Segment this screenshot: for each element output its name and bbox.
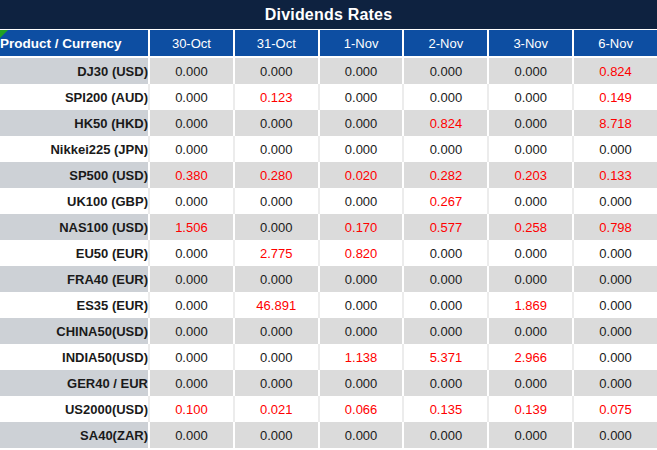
dividend-value-cell: 0.100 xyxy=(148,396,233,422)
dividends-rates-table: Product / Currency 30-Oct31-Oct1-Nov2-No… xyxy=(0,30,657,448)
dividend-value-cell: 0.000 xyxy=(148,422,233,448)
dividend-value-cell: 1.869 xyxy=(487,292,572,318)
dividend-value-cell: 0.000 xyxy=(318,110,403,136)
table-row: CHINA50(USD)0.0000.0000.0000.0000.0000.0… xyxy=(0,318,657,344)
dividend-value-cell: 0.000 xyxy=(233,370,318,396)
dividend-value-cell: 2.775 xyxy=(233,240,318,266)
header-row: Product / Currency 30-Oct31-Oct1-Nov2-No… xyxy=(0,30,657,58)
dividend-value-cell: 0.000 xyxy=(487,318,572,344)
dividend-value-cell: 0.000 xyxy=(148,84,233,110)
date-column-header: 1-Nov xyxy=(318,30,403,58)
dividend-value-cell: 0.000 xyxy=(318,58,403,84)
dividend-value-cell: 0.000 xyxy=(148,266,233,292)
dividend-value-cell: 0.123 xyxy=(233,84,318,110)
dividend-value-cell: 0.000 xyxy=(233,318,318,344)
page-title-text: Dividends Rates xyxy=(265,6,392,24)
product-cell: US2000(USD) xyxy=(0,396,148,422)
dividend-value-cell: 0.258 xyxy=(487,214,572,240)
dividend-value-cell: 0.824 xyxy=(402,110,487,136)
dividend-value-cell: 0.000 xyxy=(233,344,318,370)
dividend-value-cell: 0.135 xyxy=(402,396,487,422)
dividends-rates-window: Dividends Rates Product / Currency 30-Oc… xyxy=(0,0,657,450)
dividend-value-cell: 1.506 xyxy=(148,214,233,240)
dividend-value-cell: 0.000 xyxy=(487,136,572,162)
dividend-value-cell: 46.891 xyxy=(233,292,318,318)
product-cell: NAS100 (USD) xyxy=(0,214,148,240)
product-cell: EU50 (EUR) xyxy=(0,240,148,266)
dividend-value-cell: 0.000 xyxy=(572,422,657,448)
dividend-value-cell: 0.000 xyxy=(402,266,487,292)
dividend-value-cell: 0.170 xyxy=(318,214,403,240)
dividend-value-cell: 0.000 xyxy=(233,422,318,448)
table-row: EU50 (EUR)0.0002.7750.8200.0000.0000.000 xyxy=(0,240,657,266)
dividend-value-cell: 0.000 xyxy=(233,214,318,240)
dividend-value-cell: 0.000 xyxy=(572,136,657,162)
dividend-value-cell: 0.000 xyxy=(233,110,318,136)
product-cell: SA40(ZAR) xyxy=(0,422,148,448)
dividend-value-cell: 0.000 xyxy=(148,136,233,162)
product-cell: SPI200 (AUD) xyxy=(0,84,148,110)
dividend-value-cell: 0.820 xyxy=(318,240,403,266)
product-cell: Nikkei225 (JPN) xyxy=(0,136,148,162)
dividend-value-cell: 0.000 xyxy=(148,240,233,266)
dividend-value-cell: 0.066 xyxy=(318,396,403,422)
product-cell: GER40 / EUR xyxy=(0,370,148,396)
dividend-value-cell: 0.000 xyxy=(233,136,318,162)
page-title: Dividends Rates xyxy=(0,0,657,30)
dividend-value-cell: 0.824 xyxy=(572,58,657,84)
product-cell: SP500 (USD) xyxy=(0,162,148,188)
dividend-value-cell: 0.000 xyxy=(148,58,233,84)
dividend-value-cell: 0.000 xyxy=(487,422,572,448)
table-row: SPI200 (AUD)0.0000.1230.0000.0000.0000.1… xyxy=(0,84,657,110)
dividend-value-cell: 0.000 xyxy=(148,110,233,136)
dividend-value-cell: 0.000 xyxy=(572,292,657,318)
dividend-value-cell: 0.000 xyxy=(148,292,233,318)
product-currency-header-label: Product / Currency xyxy=(0,36,122,51)
dividend-value-cell: 5.371 xyxy=(402,344,487,370)
dividend-value-cell: 0.000 xyxy=(487,266,572,292)
dividend-value-cell: 0.000 xyxy=(487,240,572,266)
product-currency-header: Product / Currency xyxy=(0,30,148,58)
dividend-value-cell: 0.000 xyxy=(402,84,487,110)
table-row: NAS100 (USD)1.5060.0000.1700.5770.2580.7… xyxy=(0,214,657,240)
table-row: HK50 (HKD)0.0000.0000.0000.8240.0008.718 xyxy=(0,110,657,136)
dividend-value-cell: 0.000 xyxy=(318,422,403,448)
table-row: DJ30 (USD)0.0000.0000.0000.0000.0000.824 xyxy=(0,58,657,84)
dividend-value-cell: 0.000 xyxy=(572,370,657,396)
dividend-value-cell: 0.000 xyxy=(572,344,657,370)
dividend-value-cell: 0.000 xyxy=(318,188,403,214)
dividend-value-cell: 0.000 xyxy=(402,422,487,448)
dividend-value-cell: 0.000 xyxy=(402,318,487,344)
dividend-value-cell: 0.000 xyxy=(148,318,233,344)
product-cell: ES35 (EUR) xyxy=(0,292,148,318)
dividend-value-cell: 0.139 xyxy=(487,396,572,422)
dividend-value-cell: 0.000 xyxy=(233,188,318,214)
dividend-value-cell: 8.718 xyxy=(572,110,657,136)
dividend-value-cell: 0.021 xyxy=(233,396,318,422)
product-cell: FRA40 (EUR) xyxy=(0,266,148,292)
dividend-value-cell: 0.203 xyxy=(487,162,572,188)
table-row: FRA40 (EUR)0.0000.0000.0000.0000.0000.00… xyxy=(0,266,657,292)
product-cell: HK50 (HKD) xyxy=(0,110,148,136)
dividend-value-cell: 0.000 xyxy=(233,58,318,84)
table-row: SA40(ZAR)0.0000.0000.0000.0000.0000.000 xyxy=(0,422,657,448)
table-row: GER40 / EUR0.0000.0000.0000.0000.0000.00… xyxy=(0,370,657,396)
dividend-value-cell: 0.000 xyxy=(487,188,572,214)
dividend-value-cell: 1.138 xyxy=(318,344,403,370)
date-column-header: 3-Nov xyxy=(487,30,572,58)
dividend-value-cell: 0.267 xyxy=(402,188,487,214)
dividend-value-cell: 0.000 xyxy=(487,84,572,110)
dividend-value-cell: 0.000 xyxy=(318,318,403,344)
dividend-value-cell: 0.380 xyxy=(148,162,233,188)
dividend-value-cell: 0.000 xyxy=(148,188,233,214)
dividend-value-cell: 0.000 xyxy=(572,188,657,214)
dividend-value-cell: 0.798 xyxy=(572,214,657,240)
product-cell: UK100 (GBP) xyxy=(0,188,148,214)
dividend-value-cell: 0.000 xyxy=(318,292,403,318)
dividend-value-cell: 0.000 xyxy=(402,136,487,162)
excel-corner-marker-icon xyxy=(0,30,8,38)
dividend-value-cell: 0.000 xyxy=(402,58,487,84)
table-row: ES35 (EUR)0.00046.8910.0000.0001.8690.00… xyxy=(0,292,657,318)
dividend-value-cell: 0.000 xyxy=(148,344,233,370)
product-cell: DJ30 (USD) xyxy=(0,58,148,84)
